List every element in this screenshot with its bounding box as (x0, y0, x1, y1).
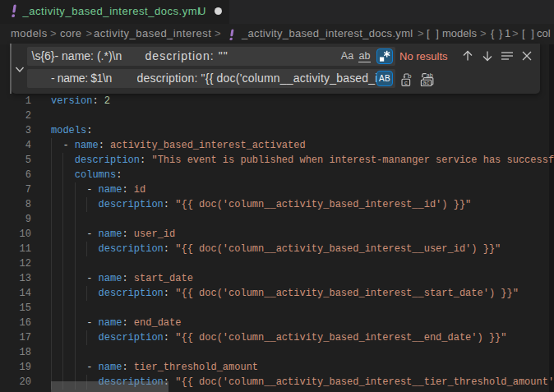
svg-text:b: b (408, 72, 412, 80)
svg-text:ac: ac (422, 79, 430, 86)
svg-text:c: c (404, 79, 408, 86)
svg-text:ab: ab (427, 72, 433, 78)
